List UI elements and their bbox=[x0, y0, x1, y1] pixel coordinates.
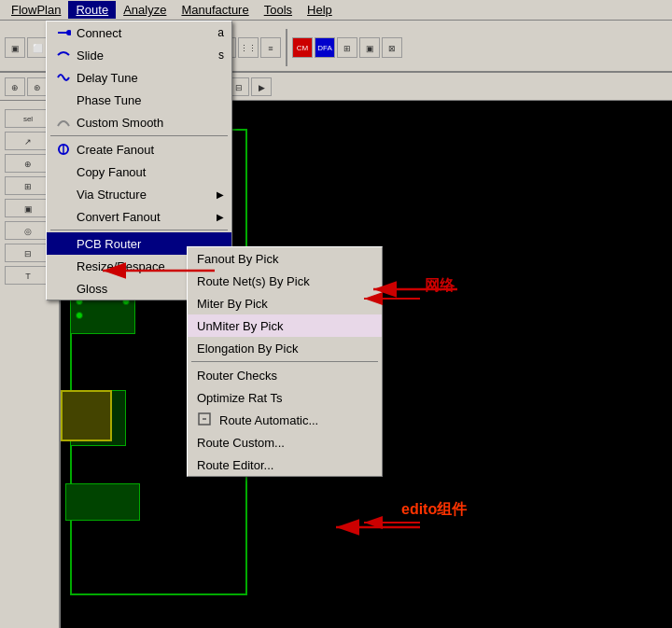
delay-tune-icon bbox=[54, 68, 73, 87]
tb-icon-10[interactable]: ≡ bbox=[260, 37, 281, 58]
via-structure-icon bbox=[54, 185, 73, 203]
menu-item-flowplan[interactable]: FlowPlan bbox=[4, 1, 68, 19]
annotation-network-arrow bbox=[271, 271, 476, 345]
menu-item-help[interactable]: Help bbox=[300, 1, 340, 19]
tb-icon-12[interactable]: ▣ bbox=[359, 37, 380, 58]
convert-fanout-icon bbox=[54, 207, 73, 226]
tb-icon-1[interactable]: ▣ bbox=[5, 37, 25, 58]
submenu-route-custom[interactable]: Route Custom... bbox=[188, 431, 382, 454]
svg-point-0 bbox=[66, 30, 71, 35]
menu-item-analyze[interactable]: Analyze bbox=[116, 1, 174, 19]
connect-icon bbox=[54, 23, 73, 42]
menu-item-tools[interactable]: Tools bbox=[257, 1, 300, 19]
connect-shortcut: a bbox=[199, 26, 224, 39]
tb-icon-cm[interactable]: CM bbox=[292, 37, 313, 58]
submenu-sep-1 bbox=[191, 361, 378, 362]
route-automatic-icon bbox=[197, 412, 216, 429]
menu-entry-slide[interactable]: Slide s bbox=[47, 44, 231, 66]
left-tool-5[interactable]: ▣ bbox=[5, 199, 51, 217]
gloss-icon bbox=[54, 279, 73, 298]
menu-item-route[interactable]: Route bbox=[68, 1, 116, 19]
tb-icon-11[interactable]: ⊞ bbox=[337, 37, 357, 58]
tb-icon-2[interactable]: ⬜ bbox=[27, 37, 48, 58]
menu-sep-1 bbox=[50, 135, 228, 136]
tb-icon-t1[interactable]: ⊕ bbox=[5, 77, 25, 96]
create-fanout-icon bbox=[54, 140, 73, 159]
menu-sep-2 bbox=[50, 230, 228, 230]
annotation-editor-arrow bbox=[271, 495, 476, 569]
slide-icon bbox=[54, 46, 73, 64]
left-tool-2[interactable]: ↗ bbox=[5, 132, 51, 150]
tb-icon-9[interactable]: ⋮⋮ bbox=[238, 37, 259, 58]
tb-icon-dfa[interactable]: DFA bbox=[315, 37, 335, 58]
convert-fanout-arrow: ▶ bbox=[217, 212, 224, 222]
menu-entry-phase-tune[interactable]: Phase Tune bbox=[47, 89, 231, 111]
submenu-route-automatic[interactable]: Route Automatic... bbox=[188, 409, 382, 431]
menu-entry-convert-fanout[interactable]: Convert Fanout ▶ bbox=[47, 205, 231, 228]
menu-entry-create-fanout[interactable]: Create Fanout bbox=[47, 138, 231, 160]
left-tool-7[interactable]: ⊟ bbox=[5, 244, 51, 262]
left-tool-4[interactable]: ⊞ bbox=[5, 176, 51, 195]
submenu-fanout-by-pick[interactable]: Fanout By Pick bbox=[188, 247, 382, 270]
slide-shortcut: s bbox=[200, 49, 224, 62]
via-structure-arrow: ▶ bbox=[217, 189, 224, 200]
tb-icon-t2[interactable]: ⊛ bbox=[27, 77, 48, 96]
left-tool-1[interactable]: sel bbox=[5, 109, 51, 128]
pcb-component-yellow bbox=[61, 390, 112, 441]
submenu-route-editor[interactable]: Route Editor... bbox=[188, 454, 382, 476]
menu-entry-connect[interactable]: Connect a bbox=[47, 21, 231, 44]
left-tool-3[interactable]: ⊕ bbox=[5, 154, 51, 173]
menu-item-manufacture[interactable]: Manufacture bbox=[174, 1, 256, 19]
menu-entry-delay-tune[interactable]: Delay Tune bbox=[47, 66, 231, 89]
left-tool-8[interactable]: T bbox=[5, 266, 51, 285]
pcb-router-icon bbox=[54, 234, 73, 253]
pcb-component-3 bbox=[65, 483, 140, 521]
custom-smooth-icon bbox=[54, 113, 73, 132]
menu-bar: FlowPlan Route Analyze Manufacture Tools… bbox=[0, 0, 672, 21]
phase-tune-icon bbox=[54, 91, 73, 109]
resize-respace-icon bbox=[54, 257, 73, 275]
copy-fanout-icon bbox=[54, 162, 73, 181]
left-tool-6[interactable]: ◎ bbox=[5, 221, 51, 240]
submenu-optimize-rat-ts[interactable]: Optimize Rat Ts bbox=[188, 386, 382, 409]
menu-entry-custom-smooth[interactable]: Custom Smooth bbox=[47, 111, 231, 133]
menu-entry-copy-fanout[interactable]: Copy Fanout bbox=[47, 160, 231, 183]
submenu-router-checks[interactable]: Router Checks bbox=[188, 364, 382, 386]
tb-icon-t12[interactable]: ▶ bbox=[251, 77, 272, 96]
tb-icon-13[interactable]: ⊠ bbox=[382, 37, 402, 58]
menu-entry-via-structure[interactable]: Via Structure ▶ bbox=[47, 183, 231, 205]
